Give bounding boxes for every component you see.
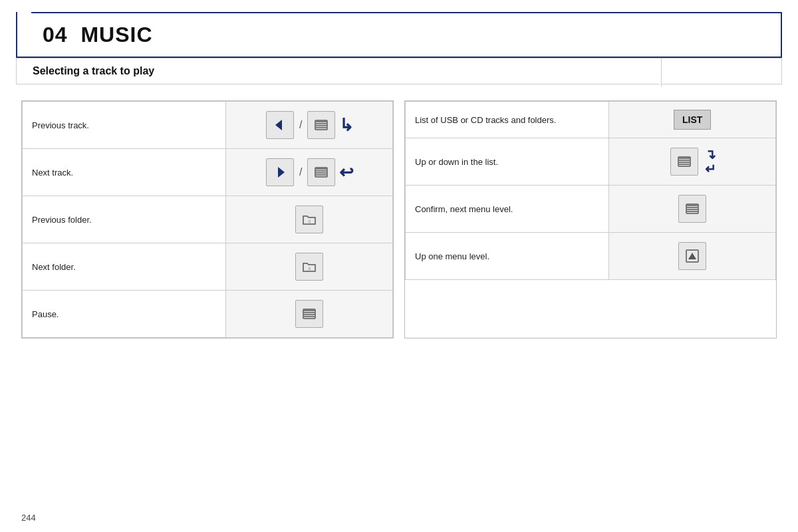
row-label: Next track. bbox=[23, 149, 226, 196]
row-label: Up one menu level. bbox=[406, 233, 609, 280]
table-row: Confirm, next menu level. bbox=[406, 186, 776, 233]
row-label: Pause. bbox=[23, 291, 226, 338]
row-icons: / ↩ bbox=[226, 149, 393, 196]
up-level-icon bbox=[678, 242, 706, 270]
updown-arrows-icon: ↴ ↵ bbox=[705, 147, 716, 176]
row-icons: ♫ bbox=[226, 196, 393, 243]
subtitle-text: Selecting a track to play bbox=[33, 65, 154, 76]
prev-folder-icon: ♫ bbox=[295, 205, 323, 233]
pause-icon bbox=[295, 300, 323, 328]
next-track-icon bbox=[266, 158, 294, 186]
menu-icon bbox=[307, 158, 335, 186]
table-row: Up or down in the list. bbox=[406, 138, 776, 186]
row-label: Confirm, next menu level. bbox=[406, 186, 609, 233]
row-label: List of USB or CD tracks and folders. bbox=[406, 102, 609, 138]
table-row: Pause. bbox=[23, 291, 393, 338]
arrow-up-icon: ↩ bbox=[339, 162, 354, 183]
svg-marker-30 bbox=[688, 253, 696, 259]
table-row: Up one menu level. bbox=[406, 233, 776, 280]
menu-icon bbox=[307, 111, 335, 139]
row-label: Previous track. bbox=[23, 102, 226, 149]
arrow-down-curved: ↴ bbox=[705, 147, 716, 162]
svg-marker-6 bbox=[278, 167, 285, 178]
row-icons: ♫ bbox=[226, 243, 393, 291]
confirm-menu-icon bbox=[678, 195, 706, 223]
table-row: Next folder. ♫ bbox=[23, 243, 393, 291]
page-number: 244 bbox=[21, 513, 36, 523]
chapter-title: 04 MUSIC bbox=[33, 23, 152, 47]
table-row: Previous track. / bbox=[23, 102, 393, 149]
svg-text:♫: ♫ bbox=[308, 219, 311, 223]
row-icons bbox=[226, 291, 393, 338]
arrow-down-icon: ↳ bbox=[339, 115, 354, 136]
row-label: Next folder. bbox=[23, 243, 226, 291]
list-button: LIST bbox=[674, 110, 711, 130]
row-icons: LIST bbox=[609, 102, 776, 138]
main-content: Previous track. / bbox=[21, 100, 777, 338]
table-row: List of USB or CD tracks and folders. LI… bbox=[406, 102, 776, 138]
row-label: Previous folder. bbox=[23, 196, 226, 243]
arrow-up-curved: ↵ bbox=[705, 162, 716, 176]
list-menu-icon bbox=[670, 148, 698, 176]
slash-separator: / bbox=[299, 119, 302, 131]
slash-separator: / bbox=[299, 166, 302, 178]
chapter-header: 04 MUSIC bbox=[16, 12, 782, 58]
subtitle-bar: Selecting a track to play bbox=[16, 58, 782, 84]
prev-track-icon bbox=[266, 111, 294, 139]
table-row: Next track. / bbox=[23, 149, 393, 196]
row-icons bbox=[609, 186, 776, 233]
row-icons: ↴ ↵ bbox=[609, 138, 776, 186]
table-row: Previous folder. ♫ bbox=[23, 196, 393, 243]
right-table: List of USB or CD tracks and folders. LI… bbox=[404, 100, 777, 338]
svg-marker-0 bbox=[275, 120, 282, 130]
row-icons: / ↳ bbox=[226, 102, 393, 149]
svg-text:♫: ♫ bbox=[308, 266, 311, 271]
left-table: Previous track. / bbox=[21, 100, 394, 338]
row-label: Up or down in the list. bbox=[406, 138, 609, 186]
next-folder-icon: ♫ bbox=[295, 253, 323, 281]
row-icons bbox=[609, 233, 776, 280]
